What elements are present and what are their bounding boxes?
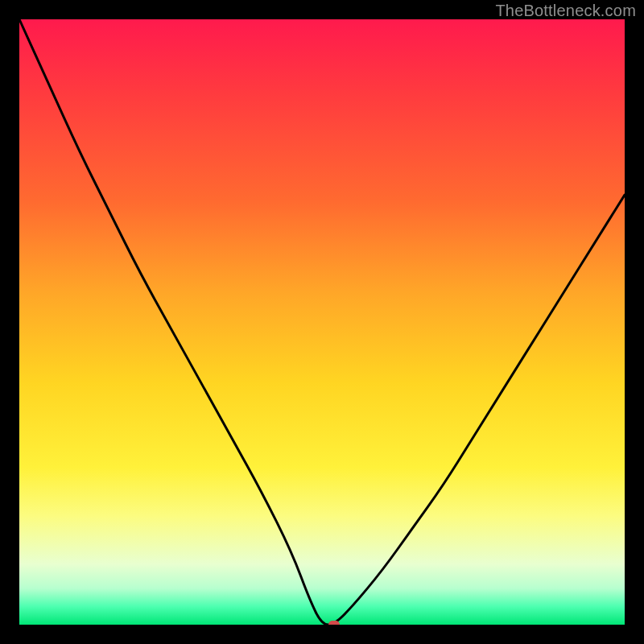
bottleneck-curve <box>19 19 625 625</box>
plot-area <box>19 19 625 625</box>
chart-frame: TheBottleneck.com <box>0 0 644 644</box>
optimal-point-marker <box>328 621 340 625</box>
watermark-text: TheBottleneck.com <box>495 2 636 20</box>
